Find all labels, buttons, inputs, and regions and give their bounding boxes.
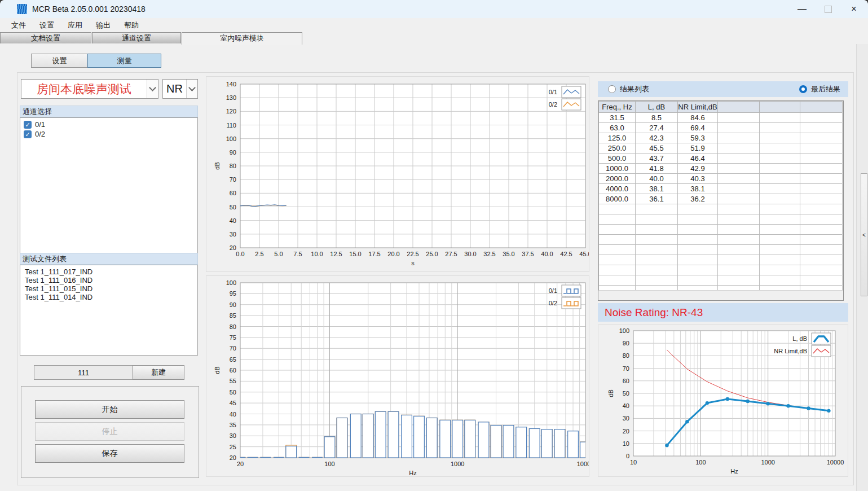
svg-text:70: 70: [623, 365, 629, 372]
tab-settings[interactable]: 设置: [31, 54, 88, 68]
radio-last-result[interactable]: [799, 85, 807, 93]
table-cell: [760, 235, 800, 245]
result-table-container: Freq., HzL, dBNR Limit,dB31.58.584.663.0…: [598, 100, 844, 301]
table-cell: 63.0: [599, 123, 636, 133]
file-list-item-0[interactable]: Test 1_111_017_IND: [20, 268, 197, 276]
menu-bar: 文件设置应用输出帮助: [0, 18, 868, 32]
table-cell: 36.2: [678, 194, 718, 204]
menu-item-2[interactable]: 应用: [61, 20, 89, 30]
svg-text:80: 80: [230, 163, 236, 169]
new-file-button[interactable]: 新建: [133, 365, 184, 380]
table-row: [599, 204, 843, 214]
radio-last-result-label: 最后结果: [811, 84, 840, 94]
table-row: [599, 265, 843, 275]
menu-item-1[interactable]: 设置: [33, 20, 61, 30]
table-row: 31.58.584.6: [599, 113, 843, 123]
svg-text:22.5: 22.5: [407, 251, 418, 257]
svg-text:20: 20: [230, 244, 236, 251]
main-tab-1[interactable]: 通道设置: [92, 32, 181, 43]
menu-item-0[interactable]: 文件: [5, 20, 33, 30]
table-row: [599, 245, 843, 255]
svg-text:55: 55: [230, 378, 236, 384]
svg-text:0.0: 0.0: [236, 251, 244, 257]
table-cell: [760, 184, 800, 194]
maximize-button[interactable]: [815, 0, 841, 18]
table-cell: [718, 235, 760, 245]
table-cell: [599, 265, 636, 275]
table-cell: 40.0: [636, 174, 678, 184]
table-cell: [718, 245, 760, 255]
start-button[interactable]: 开始: [35, 400, 184, 419]
svg-text:50: 50: [623, 390, 629, 397]
table-cell: [678, 265, 718, 275]
table-cell: 42.9: [678, 164, 718, 174]
rating-type-dropdown-button[interactable]: [186, 80, 197, 98]
table-cell: 31.5: [599, 113, 636, 123]
svg-text:40: 40: [230, 411, 236, 418]
rating-type-combobox[interactable]: NR: [162, 79, 198, 99]
file-list-item-3[interactable]: Test 1_111_014_IND: [20, 293, 197, 301]
svg-text:20.0: 20.0: [387, 251, 399, 257]
table-cell: [718, 214, 760, 225]
table-row: 500.043.746.4: [599, 154, 843, 164]
table-cell: [800, 255, 843, 265]
svg-text:80: 80: [623, 352, 629, 359]
maximize-icon: [825, 6, 832, 13]
main-tab-2[interactable]: 室内噪声模块: [182, 32, 302, 45]
menu-item-3[interactable]: 输出: [89, 20, 117, 30]
table-cell: 8.5: [636, 113, 678, 123]
table-cell: [718, 265, 760, 275]
channel-checkbox[interactable]: ✓: [24, 121, 32, 129]
channel-row-0: ✓0/1: [20, 120, 197, 129]
chevron-down-icon: [188, 84, 196, 91]
table-header-cell: [760, 102, 800, 113]
file-list-header: 测试文件列表: [20, 253, 198, 265]
svg-text:12.5: 12.5: [330, 251, 342, 257]
main-tab-0[interactable]: 文档设置: [0, 32, 91, 43]
table-cell: [760, 133, 800, 143]
tab-measure[interactable]: 测量: [87, 54, 161, 68]
radio-result-list[interactable]: [608, 85, 616, 93]
minimize-button[interactable]: —: [789, 0, 815, 18]
svg-text:140: 140: [226, 81, 236, 87]
table-cell: [800, 214, 843, 225]
table-cell: [718, 225, 760, 235]
menu-item-4[interactable]: 帮助: [117, 20, 146, 30]
table-cell: [718, 184, 760, 194]
svg-text:2.5: 2.5: [255, 251, 263, 257]
svg-text:100: 100: [619, 327, 629, 334]
save-button[interactable]: 保存: [35, 444, 184, 463]
table-cell: 8000.0: [599, 194, 636, 204]
table-cell: [800, 265, 843, 275]
table-cell: 250.0: [599, 143, 636, 154]
svg-text:0/2: 0/2: [549, 300, 557, 306]
table-cell: [599, 225, 636, 235]
svg-text:20: 20: [623, 428, 629, 435]
table-cell: [636, 255, 678, 265]
table-cell: [800, 184, 843, 194]
panel-collapse-handle[interactable]: <: [861, 173, 867, 296]
table-row: 8000.036.136.2: [599, 194, 843, 204]
table-row: 4000.038.138.1: [599, 184, 843, 194]
svg-text:s: s: [411, 260, 415, 266]
table-cell: [800, 123, 843, 133]
main-tab-strip: 文档设置通道设置室内噪声模块: [0, 32, 868, 45]
table-hscrollbar[interactable]: [598, 290, 843, 300]
test-type-combobox[interactable]: 房间本底噪声测试: [21, 79, 158, 99]
table-cell: [800, 225, 843, 235]
file-name-input[interactable]: [34, 365, 133, 380]
table-cell: 4000.0: [599, 184, 636, 194]
table-row: 250.045.551.9: [599, 143, 843, 154]
file-list-item-1[interactable]: Test 1_111_016_IND: [20, 276, 197, 284]
table-cell: [636, 214, 678, 225]
table-cell: [800, 275, 843, 286]
file-list-item-2[interactable]: Test 1_111_015_IND: [20, 284, 197, 293]
table-header-cell: L, dB: [636, 102, 678, 113]
table-cell: [678, 245, 718, 255]
table-cell: [678, 235, 718, 245]
close-button[interactable]: ×: [841, 0, 867, 18]
channel-checkbox[interactable]: ✓: [24, 130, 32, 138]
test-type-dropdown-button[interactable]: [147, 80, 158, 98]
svg-text:20: 20: [230, 454, 236, 461]
svg-text:Hz: Hz: [409, 470, 416, 476]
